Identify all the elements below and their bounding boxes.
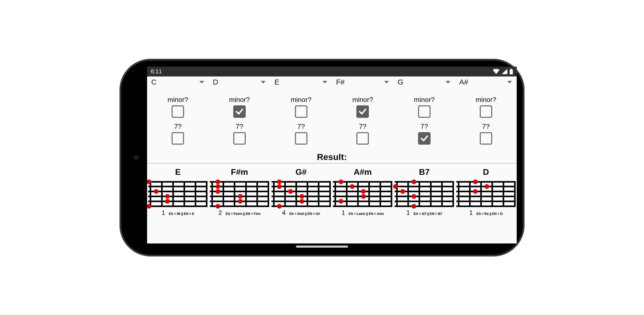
chord-name-5: D [483, 167, 489, 177]
finger-dot [361, 194, 366, 199]
chord-subtitle-2: ES = Sol# || EN = G# [289, 212, 320, 216]
chord-footer-5: 1ES = Re || EN = D [469, 209, 503, 216]
finger-dot [216, 179, 220, 184]
chord-position-0: 1 [162, 209, 165, 216]
note-select-0[interactable]: C [147, 76, 209, 88]
finger-dot [393, 184, 398, 189]
seventh-checkbox-5[interactable] [480, 132, 492, 145]
minor-row: minor?minor?minor?minor?minor?minor? [147, 96, 517, 118]
finger-dot [216, 204, 220, 209]
seventh-checkbox-2[interactable] [295, 132, 307, 145]
minor-label-4: minor? [414, 96, 434, 104]
finger-dot [154, 189, 159, 194]
minor-cell-1: minor? [209, 96, 270, 118]
finger-dot [277, 184, 282, 189]
status-icons [493, 69, 513, 74]
finger-dot [277, 204, 282, 209]
chord-subtitle-4: ES = Si7 || EN = B7 [414, 212, 442, 216]
finger-dot [216, 184, 220, 189]
chevron-down-icon [384, 81, 389, 83]
seventh-cell-3: 7? [332, 123, 394, 145]
finger-dot [216, 189, 220, 194]
chord-footer-2: 4ES = Sol# || EN = G# [282, 209, 320, 216]
chord-footer-3: 1ES = La#m || EN = A#m [342, 209, 384, 216]
note-select-4-value: G [398, 78, 403, 86]
chord-diagram-3 [333, 181, 392, 207]
seventh-checkbox-0[interactable] [172, 132, 184, 145]
chevron-down-icon [507, 81, 512, 83]
minor-checkbox-5[interactable] [480, 105, 492, 118]
finger-dot [400, 189, 405, 194]
battery-icon [509, 69, 513, 74]
seventh-checkbox-3[interactable] [356, 132, 369, 145]
chord-name-1: F#m [231, 167, 248, 177]
chord-position-3: 1 [342, 209, 345, 216]
home-indicator[interactable] [296, 246, 348, 248]
chord-diagram-1 [210, 181, 269, 207]
chord-cell-0: E1ES = Mi || EN = E [147, 167, 209, 216]
minor-cell-3: minor? [332, 96, 394, 118]
chord-cell-3: A#m1ES = La#m || EN = A#m [332, 167, 394, 216]
minor-checkbox-1[interactable] [233, 105, 246, 118]
finger-dot [473, 189, 478, 194]
finger-dot [412, 179, 416, 184]
chord-position-1: 2 [218, 209, 222, 216]
app-content: C D E F# G A# minor?minor?minor?minor?mi… [147, 76, 517, 243]
note-select-2[interactable]: E [270, 76, 332, 88]
note-select-2-value: E [274, 78, 279, 86]
finger-dot [300, 199, 304, 204]
finger-dot [238, 194, 243, 199]
chord-subtitle-5: ES = Re || EN = D [476, 212, 502, 216]
chord-name-0: E [175, 167, 181, 177]
screen: 6:11 C D E F# G A# minor?min [147, 67, 517, 243]
finger-dot [484, 184, 489, 189]
status-time: 6:11 [151, 68, 162, 75]
chord-subtitle-1: ES = Fa#m || EN = F#m [226, 212, 261, 216]
minor-label-1: minor? [229, 96, 250, 104]
chevron-down-icon [261, 81, 266, 83]
minor-checkbox-2[interactable] [295, 105, 307, 118]
note-select-1[interactable]: D [209, 76, 270, 88]
finger-dot [412, 204, 416, 209]
signal-icon [502, 69, 507, 74]
chevron-down-icon [199, 81, 204, 83]
chord-position-2: 4 [282, 209, 286, 216]
minor-cell-5: minor? [455, 96, 517, 118]
note-select-4[interactable]: G [394, 76, 455, 88]
minor-checkbox-0[interactable] [172, 105, 184, 118]
seventh-cell-5: 7? [455, 123, 517, 145]
seventh-label-4: 7? [421, 123, 428, 131]
chord-cell-1: F#m2ES = Fa#m || EN = F#m [209, 167, 270, 216]
finger-dot [339, 179, 343, 184]
finger-dot [339, 199, 343, 204]
finger-dot [350, 184, 355, 189]
finger-dot [288, 189, 293, 194]
seventh-cell-0: 7? [147, 123, 209, 145]
chevron-down-icon [446, 81, 450, 83]
note-select-5[interactable]: A# [455, 76, 517, 88]
chord-diagram-4 [395, 181, 454, 207]
seventh-row: 7?7?7?7?7?7? [147, 123, 517, 145]
minor-cell-4: minor? [394, 96, 455, 118]
note-select-5-value: A# [459, 78, 468, 86]
seventh-checkbox-4[interactable] [418, 132, 431, 145]
finger-dot [165, 199, 170, 204]
chord-name-2: G# [295, 167, 307, 177]
seventh-label-1: 7? [236, 123, 243, 131]
finger-dot [300, 194, 304, 199]
svg-rect-0 [510, 69, 513, 74]
chord-footer-4: 1ES = Si7 || EN = B7 [406, 209, 442, 216]
note-select-3-value: F# [336, 78, 345, 86]
minor-label-3: minor? [352, 96, 373, 104]
finger-dot [238, 199, 243, 204]
seventh-checkbox-1[interactable] [233, 132, 246, 145]
seventh-label-5: 7? [482, 123, 490, 131]
chord-footer-1: 2ES = Fa#m || EN = F#m [218, 209, 260, 216]
chord-position-4: 1 [406, 209, 410, 216]
minor-cell-2: minor? [270, 96, 332, 118]
finger-dot [361, 189, 366, 194]
chord-cell-5: D1ES = Re || EN = D [455, 167, 517, 216]
note-select-3[interactable]: F# [332, 76, 394, 88]
minor-checkbox-4[interactable] [418, 105, 431, 118]
minor-checkbox-3[interactable] [356, 105, 369, 118]
